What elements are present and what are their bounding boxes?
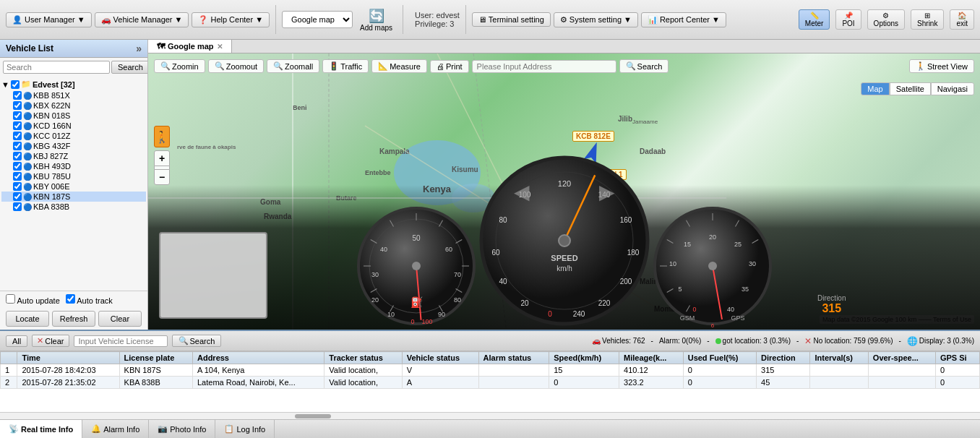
shrink-btn[interactable]: ⊞ Shrink (911, 9, 944, 30)
vehicle-search-btn[interactable]: Search (111, 61, 148, 74)
tree-item-kbg432f[interactable]: 🔵 KBG 432F (1, 141, 146, 151)
zoom-plus-btn[interactable]: + (154, 150, 170, 166)
vehicle-checkbox[interactable] (13, 172, 22, 181)
all-btn[interactable]: All (6, 335, 27, 347)
tab-photo[interactable]: 📷 Photo Info (149, 420, 215, 438)
print-btn[interactable]: 🖨 Print (430, 60, 469, 73)
clear-btn[interactable]: Clear (98, 311, 142, 327)
data-table-container[interactable]: Time License plate Address Tracker statu… (0, 351, 980, 412)
nav-arrow-left[interactable]: ◀ (514, 180, 530, 204)
tree-item-kbx622n[interactable]: 🔵 KBX 622N (1, 100, 146, 111)
zoomout-btn[interactable]: 🔍 Zoomout (208, 59, 264, 73)
vehicle-checkbox[interactable] (13, 101, 22, 110)
tab-realtime[interactable]: 📡 Real time Info (0, 420, 82, 438)
map-type-map[interactable]: Map (861, 82, 889, 95)
vehicle-checkbox[interactable] (13, 142, 22, 150)
tree-item-kbn018s[interactable]: 🔵 KBN 018S (1, 111, 146, 121)
stats-info: 🚗 Vehicles: 762 - Alarm: 0(0%) - got loc… (592, 336, 974, 346)
map-search-btn[interactable]: 🔍 Search (619, 59, 669, 73)
bottom-search-btn[interactable]: 🔍 Search (172, 335, 222, 347)
report-center-btn[interactable]: 📊 Report Center ▼ (641, 12, 726, 27)
system-setting-btn[interactable]: ⚙ System setting ▼ (554, 12, 638, 27)
col-alarm-status: Alarm status (478, 352, 549, 364)
map-type-navigasi[interactable]: Navigasi (931, 82, 974, 95)
vehicle-small-icon: 🔵 (23, 173, 32, 181)
tree-root[interactable]: ▼ 📁 Edvest [32] (1, 78, 146, 90)
vehicle-checkbox[interactable] (13, 111, 22, 120)
realtime-icon: 📡 (9, 424, 19, 434)
auto-update-checkbox[interactable] (6, 294, 15, 304)
exit-btn[interactable]: 🏠 exit (950, 9, 974, 30)
vehicle-checkbox[interactable] (13, 192, 22, 201)
svg-text:220: 220 (598, 299, 610, 307)
auto-track-checkbox[interactable] (66, 294, 75, 304)
map-type-satellite[interactable]: Satellite (890, 82, 931, 95)
map-container[interactable]: Kenya Rwanda Kampala Kisumu Entebbe Jili… (148, 53, 980, 330)
measure-btn[interactable]: 📐 Measure (371, 59, 427, 73)
meter-btn[interactable]: 📏 Meter (799, 9, 830, 30)
vehicle-checkbox[interactable] (13, 162, 22, 171)
vehicle-search-input[interactable] (3, 61, 110, 74)
locate-btn[interactable]: Locate (6, 311, 49, 327)
help-center-btn[interactable]: ❓ Help Center ▼ (192, 12, 270, 27)
table-row[interactable]: 12015-07-28 18:42:03KBN 187SA 104, Kenya… (1, 364, 980, 377)
table-cell (868, 364, 935, 377)
tree-item-kbh493d[interactable]: 🔵 KBH 493D (1, 161, 146, 171)
auto-update-label[interactable]: Auto update (6, 294, 60, 305)
svg-text:200: 200 (619, 278, 632, 285)
vehicle-checkbox[interactable] (13, 152, 22, 160)
map-address-input[interactable] (472, 60, 616, 73)
root-checkbox[interactable] (11, 80, 20, 89)
tree-item-kbn187s[interactable]: 🔵 KBN 187S (1, 192, 146, 202)
auto-track-label[interactable]: Auto track (66, 294, 113, 305)
zoomin-btn[interactable]: 🔍 Zoomin (154, 59, 205, 73)
poi-btn[interactable]: 📌 POI (835, 9, 861, 30)
vehicle-tree[interactable]: ▼ 📁 Edvest [32] 🔵 KBB 851X 🔵 KBX 622N 🔵 … (0, 77, 147, 291)
tree-item-kbb851x[interactable]: 🔵 KBB 851X (1, 90, 146, 100)
terminal-setting-btn[interactable]: 🖥 Terminal setting (472, 12, 551, 27)
tree-item-kcd166n[interactable]: 🔵 KCD 166N (1, 121, 146, 131)
bottom-panel: All ✕ Clear 🔍 Search 🚗 Vehicles: 762 - A… (0, 330, 980, 438)
zoomall-btn[interactable]: 🔍 Zoomall (267, 59, 319, 73)
vehicle-checkbox[interactable] (13, 202, 22, 211)
options-btn[interactable]: ⚙ Options (867, 9, 905, 30)
vehicle-plate-label: KBH 493D (33, 162, 71, 171)
h-scrollbar[interactable] (0, 412, 980, 419)
nav-arrow-right[interactable]: ▶ (599, 180, 615, 204)
map-select[interactable]: Google map (282, 11, 353, 28)
refresh-btn[interactable]: Refresh (52, 311, 95, 327)
tree-item-kba838b[interactable]: 🔵 KBA 838B (1, 202, 146, 212)
table-row[interactable]: 22015-07-28 21:35:02KBA 838BLatema Road,… (1, 377, 980, 389)
vehicle-checkbox[interactable] (13, 182, 22, 191)
svg-point-74 (708, 262, 717, 270)
tree-item-kbj827z[interactable]: 🔵 KBJ 827Z (1, 151, 146, 161)
street-view-person[interactable]: 🚶 (154, 126, 170, 147)
zoom-minus-btn[interactable]: − (154, 169, 170, 185)
tree-item-kcc012z[interactable]: 🔵 KCC 012Z (1, 131, 146, 141)
vehicle-plate-label: KBB 851X (33, 91, 70, 100)
h-scrollbar-thumb[interactable] (295, 414, 331, 418)
vehicle-checkbox[interactable] (13, 121, 22, 130)
add-maps-btn[interactable]: 🔄 Add maps (356, 7, 397, 33)
map-tab-google[interactable]: 🗺 Google map ✕ (148, 40, 232, 53)
tab-alarm[interactable]: 🔔 Alarm Info (82, 420, 149, 438)
col-speed: Speed(km/h) (549, 352, 619, 364)
license-input[interactable] (74, 335, 168, 347)
svg-text:km/h: km/h (556, 265, 572, 272)
vehicle-checkbox[interactable] (13, 132, 22, 140)
street-view-btn[interactable]: 🚶 Street View (909, 59, 974, 73)
user-manager-btn[interactable]: 👤 User Manager ▼ (6, 12, 92, 27)
map-tab-close[interactable]: ✕ (217, 43, 223, 51)
separator1 (275, 5, 276, 34)
traffic-btn[interactable]: 🚦 Traffic (322, 59, 369, 73)
vehicle-checkbox[interactable] (13, 91, 22, 100)
collapse-btn[interactable]: » (136, 43, 142, 54)
col-num (1, 352, 17, 364)
tab-log[interactable]: 📋 Log Info (215, 420, 275, 438)
tree-item-kby006e[interactable]: 🔵 KBY 006E (1, 181, 146, 192)
vehicle-small-icon: 🔵 (23, 163, 32, 171)
tree-item-kbu785u[interactable]: 🔵 KBU 785U (1, 171, 146, 181)
vehicle-manager-btn[interactable]: 🚗 Vehicle Manager ▼ (95, 12, 189, 27)
bottom-clear-btn[interactable]: ✕ Clear (32, 335, 69, 347)
vehicle-plate-label: KBJ 827Z (33, 152, 68, 160)
